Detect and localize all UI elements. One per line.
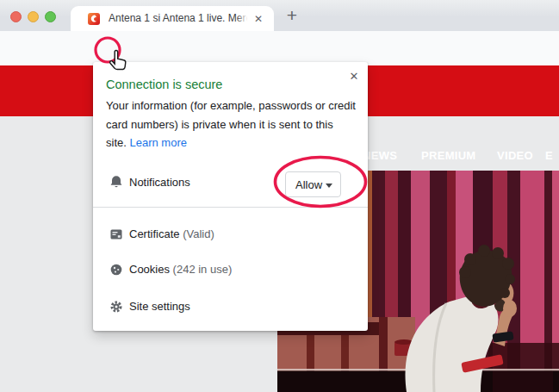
nav-item-premium[interactable]: PREMIUM (421, 149, 476, 162)
window-close-button[interactable] (10, 11, 22, 22)
cookie-icon (109, 263, 123, 277)
tab-strip: Antena 1 si Antena 1 live. Mereu ✕ + (0, 0, 559, 31)
tab-title: Antena 1 si Antena 1 live. Mereu (109, 12, 248, 26)
chevron-down-icon (326, 184, 332, 188)
nav-item-video[interactable]: VIDEO (497, 149, 533, 162)
window-zoom-button[interactable] (45, 11, 56, 22)
certificate-row[interactable]: Certificate (Valid) (129, 227, 214, 240)
tab-title-fade (236, 11, 250, 27)
notifications-permission-dropdown[interactable]: Allow (285, 171, 341, 197)
popup-title: Connection is secure (106, 78, 222, 91)
certificate-icon (109, 227, 123, 241)
cookies-row[interactable]: Cookies (242 in use) (129, 263, 232, 276)
popup-body-line: Your information (for example, passwords… (106, 96, 364, 115)
bell-icon (109, 175, 123, 189)
browser-tab[interactable]: Antena 1 si Antena 1 live. Mereu ✕ (71, 6, 274, 31)
tab-close-icon[interactable]: ✕ (252, 12, 265, 26)
site-settings-row[interactable]: Site settings (129, 300, 190, 313)
window-minimize-button[interactable] (28, 11, 39, 22)
antena1-favicon-icon (88, 13, 100, 25)
gear-icon (109, 300, 123, 314)
popup-body: Your information (for example, passwords… (106, 96, 364, 152)
notifications-label: Notifications (129, 176, 190, 189)
browser-window: Antena 1 si Antena 1 live. Mereu ✕ + htt… (0, 0, 559, 392)
learn-more-link[interactable]: Learn more (129, 136, 186, 149)
nav-item-news[interactable]: NEWS (363, 149, 397, 162)
popup-close-icon[interactable]: ✕ (346, 69, 362, 84)
nav-item-cut-off[interactable]: E (545, 149, 553, 162)
popup-body-line: site. (106, 136, 127, 149)
popup-divider (93, 207, 368, 208)
notifications-permission-value: Allow (295, 178, 322, 191)
popup-body-line: card numbers) is private when it is sent… (106, 115, 364, 134)
browser-toolbar: https://a1.ro (0, 31, 559, 65)
new-tab-button[interactable]: + (283, 7, 301, 26)
site-info-popup: ✕ Connection is secure Your information … (93, 62, 368, 331)
